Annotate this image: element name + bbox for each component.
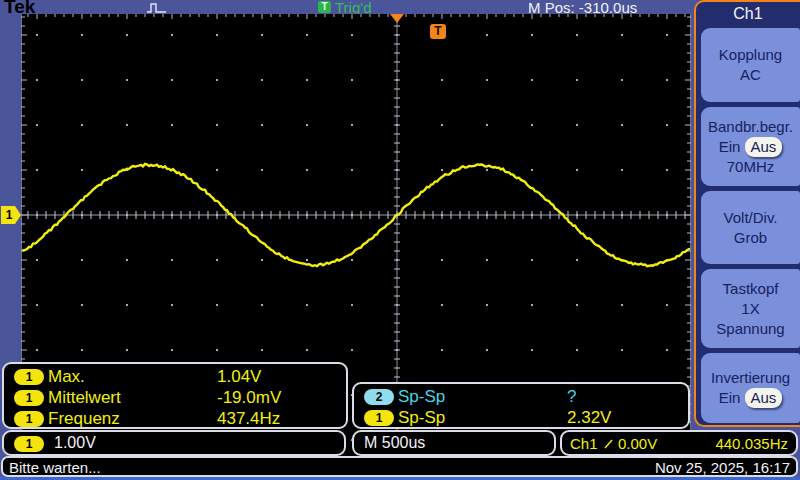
menu-button-line: Kopplung	[719, 45, 782, 65]
menu-button-text: Kopplung	[719, 46, 782, 63]
menu-button-text: Ein	[719, 138, 745, 155]
menu-button-line: Invertierung	[711, 368, 790, 388]
trigger-source-readout: Ch1	[570, 435, 598, 452]
measurement-row: 1Mittelwert-19.0mV	[4, 388, 346, 409]
measurement-value: -19.0mV	[217, 388, 281, 408]
menu-button-voltdiv[interactable]: Volt/Div.Grob	[701, 191, 800, 264]
rising-slope-icon	[604, 438, 614, 450]
timebase-box: M 500us	[352, 430, 556, 456]
menu-button-text: Invertierung	[711, 369, 790, 386]
side-menu-panel: Ch1 KopplungACBandbr.begr.Ein Aus70MHzVo…	[694, 0, 800, 427]
menu-button-line: Grob	[734, 228, 767, 248]
menu-button-line: Tastkopf	[723, 279, 779, 299]
menu-button-text: Grob	[734, 229, 767, 246]
trigger-position-arrow-icon[interactable]	[390, 14, 404, 23]
measurement-label: Frequenz	[48, 409, 120, 429]
channel1-ground-marker[interactable]: 1	[1, 206, 21, 224]
measurement-value: ?	[567, 387, 576, 407]
menu-title: Ch1	[696, 2, 800, 26]
measurement-row: 1Max.1.04V	[4, 367, 346, 388]
measurements-box-secondary: 2Sp-Sp?1Sp-Sp2.32V	[352, 382, 690, 429]
measurement-label: Mittelwert	[48, 388, 121, 408]
channel1-scale-readout: 1.00V	[54, 434, 96, 452]
measurement-label: Sp-Sp	[398, 408, 445, 428]
oscilloscope-screen: Tek T Trig'd M Pos: -310.0us T 1 Ch1 Kop…	[0, 0, 800, 480]
acquisition-pulse-icon	[146, 2, 168, 14]
channel1-badge: 1	[14, 436, 44, 452]
menu-button-line: 1X	[741, 299, 759, 319]
menu-button-line: Spannung	[716, 319, 784, 339]
menu-button-text: 1X	[741, 300, 759, 317]
menu-button-kopplung[interactable]: KopplungAC	[701, 28, 800, 102]
trigger-status-icon: T	[318, 1, 331, 13]
channel1-scale-box: 1 1.00V	[2, 430, 346, 456]
measurement-label: Max.	[48, 367, 85, 387]
toggle-selected-value: Aus	[745, 137, 783, 157]
status-bar: Bitte warten... Nov 25, 2025, 16:17	[1, 456, 798, 477]
menu-button-line: Ein Aus	[719, 388, 783, 408]
trigger-level-readout: 0.00V	[618, 435, 657, 452]
menu-button-line: 70MHz	[727, 157, 775, 177]
menu-button-tastkopf[interactable]: Tastkopf1XSpannung	[701, 269, 800, 348]
measurement-row: 1Frequenz437.4Hz	[4, 409, 346, 430]
channel2-badge: 2	[364, 389, 394, 405]
measurement-value: 2.32V	[567, 408, 611, 428]
menu-button-text: AC	[740, 66, 761, 83]
menu-button-bandbrbegr[interactable]: Bandbr.begr.Ein Aus70MHz	[701, 107, 800, 186]
channel1-badge: 1	[14, 390, 44, 406]
measurement-value: 1.04V	[217, 367, 261, 387]
menu-button-text: 70MHz	[727, 158, 775, 175]
menu-button-line: Volt/Div.	[724, 208, 778, 228]
menu-button-line: Bandbr.begr.	[708, 117, 793, 137]
trigger-info-box: Ch1 0.00V 440.035Hz	[560, 430, 798, 456]
measurement-label: Sp-Sp	[398, 387, 445, 407]
menu-button-text: Volt/Div.	[724, 209, 778, 226]
measurement-row: 2Sp-Sp?	[354, 387, 688, 408]
trigger-marker-icon: T	[430, 24, 446, 39]
measurements-box-primary: 1Max.1.04V1Mittelwert-19.0mV1Frequenz437…	[2, 362, 348, 429]
menu-button-text: Ein	[719, 389, 745, 406]
menu-button-line: AC	[740, 65, 761, 85]
measurement-value: 437.4Hz	[217, 409, 280, 429]
toggle-selected-value: Aus	[745, 388, 783, 408]
datetime-readout: Nov 25, 2025, 16:17	[655, 459, 790, 476]
menu-button-text: Spannung	[716, 320, 784, 337]
timebase-readout: M 500us	[364, 434, 425, 452]
measurement-row: 1Sp-Sp2.32V	[354, 408, 688, 429]
menu-button-text: Tastkopf	[723, 280, 779, 297]
menu-button-invertierung[interactable]: InvertierungEin Aus	[701, 353, 800, 423]
channel1-badge: 1	[14, 369, 44, 385]
status-message: Bitte warten...	[9, 459, 101, 476]
menu-button-text: Bandbr.begr.	[708, 118, 793, 135]
menu-button-line: Ein Aus	[719, 137, 783, 157]
channel1-badge: 1	[364, 410, 394, 426]
trigger-frequency-readout: 440.035Hz	[715, 435, 788, 452]
channel1-badge: 1	[14, 411, 44, 427]
